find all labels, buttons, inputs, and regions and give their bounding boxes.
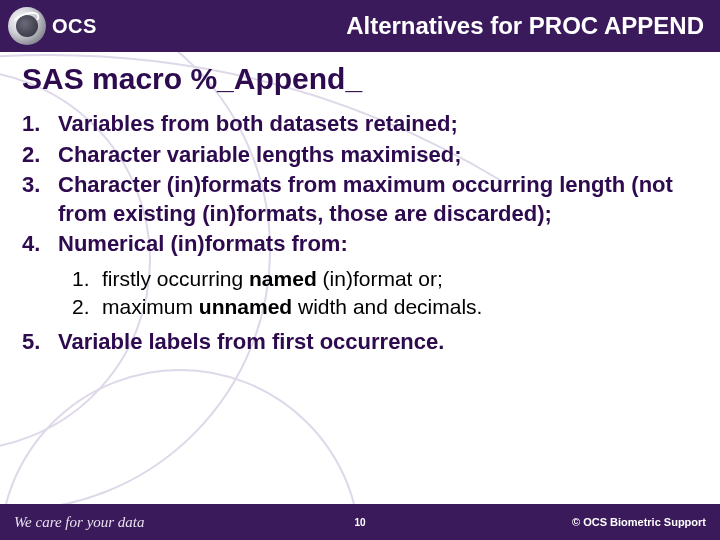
- list-item: Character (in)formats from maximum occur…: [22, 171, 698, 228]
- page-title: Alternatives for PROC APPEND: [97, 12, 708, 40]
- footer-bar: We care for your data 10 © OCS Biometric…: [0, 504, 720, 540]
- list-item: Variable labels from first occurrence.: [22, 328, 698, 357]
- sub-list-item: firstly occurring named (in)format or;: [72, 265, 698, 293]
- logo-icon: [8, 7, 46, 45]
- section-title: SAS macro %_Append_: [22, 62, 698, 96]
- sub-list: firstly occurring named (in)format or; m…: [72, 265, 698, 322]
- list-item: Character variable lengths maximised;: [22, 141, 698, 170]
- footer-copyright: © OCS Biometric Support: [572, 516, 706, 528]
- sub-list-item: maximum unnamed width and decimals.: [72, 293, 698, 321]
- logo: OCS: [8, 7, 97, 45]
- list-item: Variables from both datasets retained;: [22, 110, 698, 139]
- main-list: Variables from both datasets retained; C…: [22, 110, 698, 356]
- content: SAS macro %_Append_ Variables from both …: [0, 52, 720, 356]
- footer-tagline: We care for your data: [14, 514, 145, 531]
- list-item: Numerical (in)formats from: firstly occu…: [22, 230, 698, 321]
- page-number: 10: [354, 517, 365, 528]
- logo-text: OCS: [52, 15, 97, 38]
- header-bar: OCS Alternatives for PROC APPEND: [0, 0, 720, 52]
